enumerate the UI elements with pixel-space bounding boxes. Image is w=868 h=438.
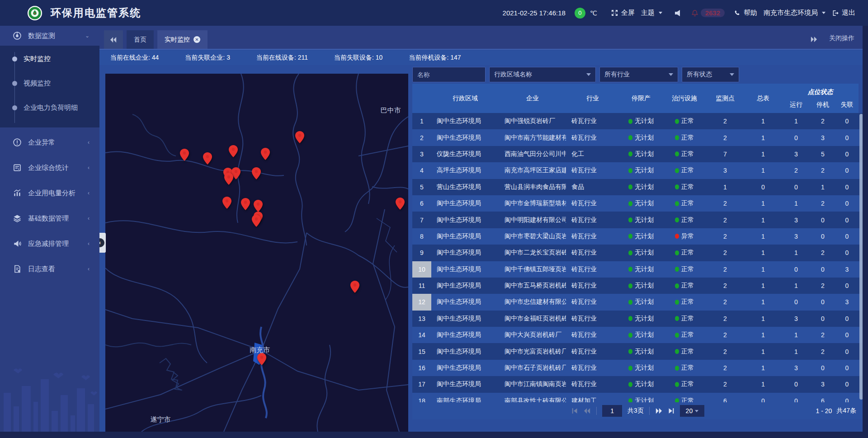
window-bottom-edge [0,432,868,438]
cell-run: 3 [782,364,810,372]
sidebar-subitem[interactable]: 实时监控 [0,52,99,66]
col-header-lost: 失联 [835,101,859,113]
status-text: 正常 [681,117,694,125]
skyline-decoration [0,361,99,438]
cell-run: 0 [782,298,810,306]
cell-lost: 0 [835,217,859,224]
cell-industry: 砖瓦行业 [566,331,619,339]
cell-lost: 0 [835,134,859,141]
table-row[interactable]: 16 阆中生态环境局 阆中市石子页岩机砖厂 砖瓦行业 无计划 正常 [412,360,863,376]
exit-icon [832,9,839,17]
sidebar-item[interactable]: 基础数据管理 ‹ [0,206,99,231]
table-row[interactable]: 4 高坪生态环境局 南充市高坪区王家店建 砖瓦行业 无计划 正常 [412,162,863,179]
map-panel[interactable]: 巴中市南充市遂宁市 [105,74,408,432]
first-page-button[interactable] [571,408,578,414]
cell-meters: 1 [744,282,782,289]
industry-select[interactable]: 所有行业 [599,67,678,82]
help-button[interactable]: 帮助 [734,9,757,17]
region-select[interactable]: 行政区域名称 [489,67,596,82]
table-row[interactable]: 11 阆中生态环境局 阆中市五马桥页岩机砖 砖瓦行业 无计划 正常 [412,278,863,294]
first-page-icon [571,408,578,414]
status-select[interactable]: 所有状态 [682,67,739,82]
cell-facility-status: 正常 [663,397,706,402]
sidebar-item[interactable]: 企业用电量分析 ‹ [0,180,99,206]
tab-realtime-monitor[interactable]: 实时监控 ✕ [157,30,208,49]
cell-facility-status: 正常 [663,150,706,158]
cell-stopped: 3 [810,134,835,141]
status-dot-icon [628,366,632,371]
help-label: 帮助 [744,9,757,17]
status-text: 正常 [681,183,694,191]
name-search-input[interactable] [412,67,486,82]
status-dot-icon [628,234,632,239]
cell-lost: 0 [835,331,859,339]
last-page-button[interactable] [668,408,675,414]
speaker-mute-icon[interactable] [675,10,680,16]
double-chevron-right-icon [810,36,817,42]
row-index: 18 [412,393,431,402]
app-logo-icon [27,5,42,21]
table-row[interactable]: 15 阆中生态环境局 阆中市光富页岩机砖厂 砖瓦行业 无计划 正常 [412,343,863,359]
status-text: 无计划 [635,117,654,125]
tab-home[interactable]: 首页 [127,30,154,49]
tab-scroll-right-button[interactable] [810,36,817,44]
tab-scroll-left-button[interactable] [104,30,123,49]
sidebar-item-data-monitor[interactable]: 数据监测 ⌄ [0,26,99,46]
table-row[interactable]: 2 阆中生态环境局 阆中市南方节能建材有 砖瓦行业 无计划 正常 [412,129,863,146]
table-row[interactable]: 14 阆中生态环境局 阆中大兴页岩机砖厂 砖瓦行业 无计划 正常 [412,327,863,343]
table-row[interactable]: 18 南部生态环境局 南部县改性土砖有限公 建材加工 无计划 正常 [412,393,863,402]
logout-button[interactable]: 退出 [832,9,855,17]
map-city-label: 巴中市 [381,106,401,114]
table-row[interactable]: 3 仪陇生态环境局 西南油气田分公司川中 化工 无计划 正常 [412,146,863,162]
sidebar-item-label: 企业异常 [28,138,55,147]
bullet-dot-icon [12,81,17,86]
close-icon[interactable]: ✕ [193,36,200,43]
org-menu-button[interactable]: 南充市生态环境局 [764,9,826,17]
table-row[interactable]: 1 阆中生态环境局 阆中强锐页岩砖厂 砖瓦行业 无计划 正常 [412,113,863,129]
sidebar-subitem[interactable]: 视频监控 [0,76,99,90]
cell-facility-status: 正常 [663,134,706,142]
col-header-facility: 治污设施 [663,84,706,113]
status-dot-icon [675,151,679,156]
col-header-stopped: 停机 [810,101,835,113]
status-text: 正常 [681,166,694,174]
region-select-value: 行政区域名称 [494,71,532,79]
table-row[interactable]: 8 阆中生态环境局 阆中市枣碧大梁山页岩 砖瓦行业 无计划 异常 [412,228,863,245]
cell-stopped: 2 [810,331,835,339]
table-row[interactable]: 17 阆中生态环境局 阆中市江南镇阆南页岩 砖瓦行业 无计划 正常 [412,376,863,392]
table-row[interactable]: 13 阆中生态环境局 阆中市金福旺页岩机砖 砖瓦行业 无计划 正常 [412,311,863,327]
col-header-stop: 停限产 [619,84,663,113]
prev-page-button[interactable] [584,408,591,414]
chevron-left-icon: ‹ [88,240,90,247]
theme-label: 主题 [641,9,655,17]
table-row[interactable]: 5 营山生态环境局 营山县润丰肉食品有限 食品 无计划 正常 [412,179,863,195]
table-row[interactable]: 7 阆中生态环境局 阆中明阳建材有限公司 砖瓦行业 无计划 正常 [412,212,863,228]
sidebar-item[interactable]: 日志查看 ‹ [0,256,99,282]
sidebar-item[interactable]: 应急减排管理 ‹ [0,231,99,256]
status-dot-icon [628,283,632,288]
cell-stop-status: 无计划 [619,315,663,323]
sidebar-subitem[interactable]: 企业电力负荷明细 [0,101,99,114]
status-dot-icon [675,366,679,371]
next-page-button[interactable] [655,408,662,414]
cell-company: 南充市高坪区王家店建 [499,166,566,174]
fullscreen-button[interactable]: 全屏 [611,9,635,17]
page-size-select[interactable]: 20 [680,405,704,417]
notification-bell-button[interactable]: 2632 [691,9,725,17]
status-text: 正常 [681,282,694,290]
close-operations-button[interactable]: 关闭操作 [829,34,854,42]
table-row[interactable]: 6 阆中生态环境局 阆中市金博瑞新型墙材 砖瓦行业 无计划 正常 [412,195,863,212]
chevron-down-icon: ⌄ [85,33,90,39]
table-row[interactable]: 9 阆中生态环境局 阆中市二龙长宝页岩砖 砖瓦行业 无计划 正常 [412,245,863,261]
theme-menu-button[interactable]: 主题 [641,9,662,17]
sidebar-item[interactable]: 企业综合统计 ‹ [0,155,99,180]
table-row[interactable]: 12 阆中生态环境局 阆中市忠信建材有限公 砖瓦行业 无计划 正常 [412,294,863,310]
tab-label: 首页 [134,36,146,44]
table-row[interactable]: 10 阆中生态环境局 阆中千佛镇五郎垭页岩 砖瓦行业 无计划 正常 [412,261,863,278]
sidebar-item[interactable]: 企业异常 ‹ [0,130,99,155]
page-number-input[interactable]: 1 [602,405,622,417]
col-header-industry: 行业 [566,84,619,113]
cell-facility-status: 正常 [663,364,706,372]
row-index: 2 [412,129,431,146]
page-size-value: 20 [686,407,693,414]
